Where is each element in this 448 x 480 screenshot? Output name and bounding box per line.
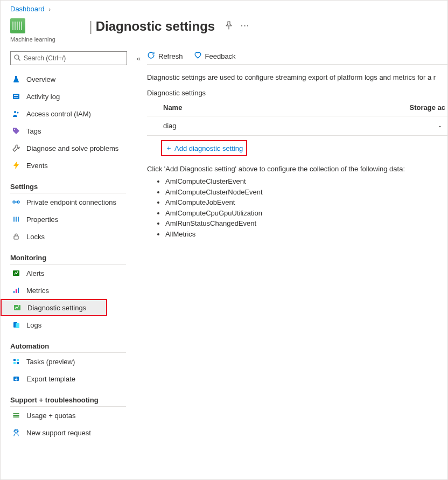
svg-rect-3: [14, 97, 18, 98]
nav-label: Properties: [26, 215, 58, 224]
logs-icon: [11, 321, 21, 329]
cell-name: diag: [147, 116, 292, 136]
nav-label: Diagnose and solve problems: [26, 144, 118, 152]
endpoint-icon: [11, 198, 21, 206]
svg-rect-13: [18, 288, 19, 293]
events-list: AmlComputeClusterEventAmlComputeClusterN…: [165, 176, 447, 239]
page-header: Machine learning | Diagnostic settings ·…: [1, 13, 447, 46]
plus-icon: ＋: [165, 143, 172, 153]
nav-diagnostic-settings[interactable]: Diagnostic settings: [1, 299, 107, 316]
nav-overview[interactable]: Overview: [10, 71, 143, 88]
nav-group-automation: Automation: [10, 342, 126, 353]
list-item: AmlComputeClusterEvent: [165, 176, 447, 187]
nav-label: Tasks (preview): [26, 358, 75, 366]
lightning-icon: [11, 162, 21, 169]
nav-group-monitoring: Monitoring: [10, 254, 126, 265]
collapse-sidebar-icon[interactable]: «: [137, 54, 141, 62]
nav-label: Logs: [26, 321, 41, 329]
svg-rect-9: [14, 236, 18, 239]
nav-label: Private endpoint connections: [26, 198, 116, 206]
search-icon: [14, 54, 20, 62]
svg-rect-20: [17, 362, 19, 364]
refresh-icon: [147, 51, 155, 61]
nav-group-support: Support + troubleshooting: [10, 396, 126, 407]
nav-new-support-request[interactable]: New support request: [10, 424, 143, 441]
nav-group-settings: Settings: [10, 183, 126, 193]
svg-rect-11: [13, 291, 15, 293]
pin-icon[interactable]: [225, 21, 233, 30]
nav-label: Tags: [26, 127, 41, 135]
activity-log-icon: [11, 93, 21, 100]
quota-icon: [11, 412, 21, 419]
svg-point-5: [17, 112, 19, 114]
properties-icon: [11, 215, 21, 223]
toolbar-label: Refresh: [158, 52, 183, 60]
nav-properties[interactable]: Properties: [10, 211, 143, 228]
export-icon: [11, 375, 21, 382]
breadcrumb-dashboard[interactable]: Dashboard: [10, 5, 45, 13]
nav-alerts[interactable]: Alerts: [10, 265, 143, 282]
nav-activity-log[interactable]: Activity log: [10, 88, 143, 105]
heart-icon: [194, 51, 202, 61]
people-icon: [11, 110, 21, 117]
add-label: Add diagnostic setting: [174, 144, 243, 152]
toolbar-label: Feedback: [205, 52, 236, 60]
nav-access-control[interactable]: Access control (IAM): [10, 105, 143, 122]
title-separator: |: [89, 18, 93, 34]
nav-diagnose-problems[interactable]: Diagnose and solve problems: [10, 140, 143, 157]
refresh-button[interactable]: Refresh: [147, 51, 183, 61]
list-item: AllMetrics: [165, 229, 447, 240]
nav-metrics[interactable]: Metrics: [10, 282, 143, 299]
col-storage: Storage ac: [292, 99, 447, 116]
nav-logs[interactable]: Logs: [10, 316, 143, 333]
svg-point-22: [15, 430, 18, 433]
table-row[interactable]: diag-: [147, 116, 447, 136]
nav-tags[interactable]: Tags: [10, 122, 143, 140]
sidebar: Search (Ctrl+/) « Overview Activity log: [1, 46, 143, 479]
diagnostic-settings-table: Name Storage ac diag-: [147, 99, 447, 136]
diagnostic-icon: [12, 304, 22, 311]
svg-rect-17: [13, 359, 16, 361]
resource-type-label: Machine learning: [10, 36, 55, 43]
svg-point-6: [14, 129, 15, 130]
svg-rect-2: [14, 95, 18, 96]
nav-events[interactable]: Events: [10, 157, 143, 174]
nav-label: Events: [26, 162, 48, 170]
add-diagnostic-setting-button[interactable]: ＋ Add diagnostic setting: [161, 140, 247, 156]
search-placeholder: Search (Ctrl+/): [24, 54, 66, 62]
resource-info: Machine learning: [10, 18, 86, 43]
nav-label: Alerts: [26, 269, 44, 277]
nav-label: Export template: [26, 375, 75, 383]
cell-storage: -: [292, 116, 447, 136]
more-ellipsis-icon[interactable]: ···: [241, 22, 250, 30]
wrench-icon: [11, 144, 21, 152]
nav-locks[interactable]: Locks: [10, 228, 143, 245]
flask-icon: [11, 75, 21, 83]
tag-icon: [11, 127, 21, 135]
info-text: Click 'Add Diagnostic setting' above to …: [147, 165, 447, 173]
page-title: Diagnostic settings: [96, 18, 215, 34]
chevron-right-icon: ›: [48, 6, 51, 12]
list-item: AmlComputeJobEvent: [165, 197, 447, 208]
nav-tasks[interactable]: Tasks (preview): [10, 353, 143, 370]
svg-rect-1: [13, 94, 19, 99]
nav-label: Overview: [26, 75, 55, 84]
nav-label: Usage + quotas: [26, 412, 75, 420]
nav-label: New support request: [26, 429, 91, 437]
nav-private-endpoint[interactable]: Private endpoint connections: [10, 193, 143, 211]
toolbar: Refresh Feedback: [147, 48, 447, 65]
feedback-button[interactable]: Feedback: [194, 51, 236, 61]
section-subheading: Diagnostic settings: [147, 89, 447, 97]
nav-usage-quotas[interactable]: Usage + quotas: [10, 407, 143, 424]
nav-label: Metrics: [26, 287, 49, 295]
list-item: AmlComputeClusterNodeEvent: [165, 187, 447, 198]
nav-export-template[interactable]: Export template: [10, 370, 143, 387]
search-input[interactable]: Search (Ctrl+/): [10, 51, 127, 65]
nav-label: Locks: [26, 233, 45, 241]
support-person-icon: [11, 429, 21, 436]
svg-rect-19: [13, 362, 16, 364]
description-text: Diagnostic settings are used to configur…: [147, 65, 447, 81]
svg-rect-18: [17, 359, 19, 361]
list-item: AmlRunStatusChangedEvent: [165, 218, 447, 229]
svg-rect-12: [16, 289, 17, 293]
